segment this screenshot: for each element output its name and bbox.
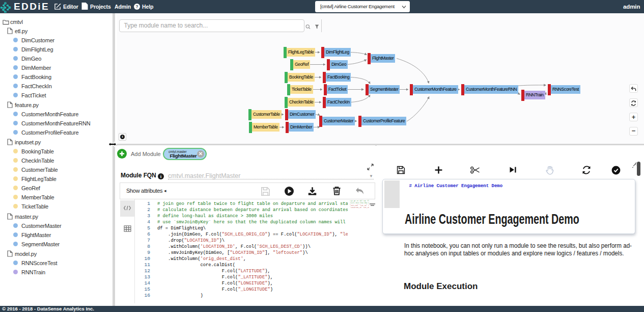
svg-text:?: ? — [136, 5, 138, 9]
